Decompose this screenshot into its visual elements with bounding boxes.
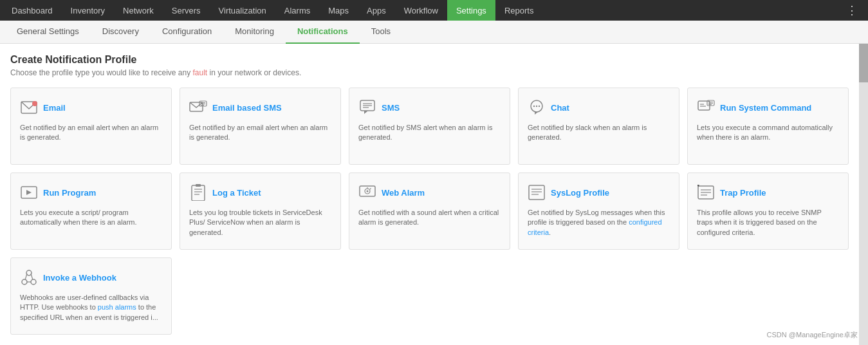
- email-icon: [20, 98, 38, 117]
- run-program-card-title: Run Program: [43, 188, 96, 198]
- subnav-configuration[interactable]: Configuration: [151, 21, 223, 44]
- svg-point-45: [22, 279, 27, 284]
- invoke-webhook-card-desc: Webhooks are user-defined callbacks via …: [20, 293, 162, 322]
- svg-marker-25: [26, 190, 32, 195]
- scrollbar-thumb[interactable]: [859, 44, 868, 82]
- page-title: Create Notification Profile: [10, 54, 849, 66]
- card-chat[interactable]: Chat Get notified by slack when an alarm…: [518, 88, 679, 165]
- subnav-general-settings[interactable]: General Settings: [5, 21, 91, 44]
- svg-line-49: [31, 274, 33, 280]
- trap-profile-icon: [697, 183, 715, 201]
- scrollbar[interactable]: [859, 44, 868, 345]
- syslog-card-desc: Get notified by SysLog messages when thi…: [528, 208, 670, 238]
- nav-alarms[interactable]: Alarms: [275, 0, 319, 21]
- nav-maps[interactable]: Maps: [319, 0, 358, 21]
- sub-navigation: General Settings Discovery Configuration…: [0, 21, 868, 44]
- top-navigation: Dashboard Inventory Network Servers Virt…: [0, 0, 868, 21]
- subnav-monitoring[interactable]: Monitoring: [223, 21, 286, 44]
- nav-dashboard[interactable]: Dashboard: [3, 0, 62, 21]
- email-card-desc: Get notified by an email alert when an a…: [20, 123, 162, 143]
- svg-rect-30: [196, 184, 201, 187]
- sms-card-desc: Get notified by SMS alert when an alarm …: [358, 123, 501, 143]
- run-system-command-card-desc: Lets you execute a command automatically…: [697, 123, 839, 143]
- card-syslog[interactable]: SysLog Profile Get notified by SysLog me…: [518, 172, 679, 250]
- email-card-title: Email: [43, 103, 66, 113]
- run-program-card-desc: Lets you execute a script/ program autom…: [20, 208, 162, 228]
- nav-servers[interactable]: Servers: [163, 0, 210, 21]
- svg-line-44: [697, 185, 699, 186]
- svg-point-1: [32, 101, 37, 106]
- subnav-tools[interactable]: Tools: [360, 21, 402, 44]
- chat-card-title: Chat: [551, 103, 569, 113]
- card-invoke-webhook[interactable]: Invoke a Webhook Webhooks are user-defin…: [10, 257, 172, 335]
- card-trap-profile[interactable]: Trap Profile This profile allows you to …: [687, 172, 849, 250]
- web-alarm-icon: [358, 183, 376, 201]
- log-ticket-card-title: Log a Ticket: [212, 188, 261, 198]
- run-program-icon: [20, 183, 38, 201]
- card-run-program[interactable]: Run Program Lets you execute a script/ p…: [10, 172, 172, 250]
- svg-point-46: [31, 279, 36, 284]
- nav-workflow[interactable]: Workflow: [395, 0, 447, 21]
- card-sms[interactable]: SMS Get notified by SMS alert when an al…: [349, 88, 510, 165]
- svg-rect-26: [192, 185, 205, 201]
- log-ticket-icon: [189, 183, 207, 201]
- sms-card-title: SMS: [382, 103, 400, 113]
- nav-apps[interactable]: Apps: [358, 0, 395, 21]
- watermark: CSDN @ManageEngine卓家: [767, 330, 858, 340]
- svg-point-47: [26, 270, 32, 275]
- card-run-system-command[interactable]: Run System Command Lets you execute a co…: [687, 88, 849, 165]
- syslog-card-title: SysLog Profile: [551, 188, 609, 198]
- svg-line-48: [25, 274, 27, 280]
- run-system-command-icon: [697, 98, 715, 117]
- nav-more-icon[interactable]: ⋮: [838, 3, 865, 17]
- card-web-alarm[interactable]: Web Alarm Get notified with a sound aler…: [349, 172, 510, 250]
- chat-icon: [528, 98, 546, 117]
- chat-card-desc: Get notified by slack when an alarm is g…: [528, 123, 670, 143]
- svg-point-13: [533, 106, 535, 107]
- page-subtitle: Choose the profile type you would like t…: [10, 68, 849, 77]
- run-system-command-card-title: Run System Command: [720, 103, 811, 113]
- email-sms-card-desc: Get notified by an email alert when an a…: [189, 123, 331, 143]
- svg-rect-36: [529, 185, 544, 200]
- nav-settings[interactable]: Settings: [447, 0, 495, 21]
- invoke-webhook-card-title: Invoke a Webhook: [43, 273, 116, 283]
- card-log-ticket[interactable]: Log a Ticket Lets you log trouble ticket…: [180, 172, 341, 250]
- email-sms-icon: [189, 98, 207, 117]
- nav-inventory[interactable]: Inventory: [62, 0, 114, 21]
- svg-marker-11: [364, 111, 368, 114]
- web-alarm-card-desc: Get notified with a sound alert when a c…: [358, 208, 501, 228]
- svg-point-33: [367, 191, 369, 192]
- syslog-icon: [528, 183, 546, 201]
- cards-row3: Invoke a Webhook Webhooks are user-defin…: [10, 257, 849, 335]
- svg-line-35: [370, 189, 371, 190]
- nav-reports[interactable]: Reports: [495, 0, 543, 21]
- svg-point-15: [539, 106, 540, 107]
- cards-row2: Run Program Lets you execute a script/ p…: [10, 172, 849, 250]
- log-ticket-card-desc: Lets you log trouble tickets in ServiceD…: [189, 208, 331, 238]
- card-email[interactable]: Email Get notified by an email alert whe…: [10, 88, 172, 165]
- web-alarm-card-title: Web Alarm: [382, 188, 425, 198]
- sms-icon: [358, 98, 376, 117]
- card-email-sms[interactable]: Email based SMS Get notified by an email…: [180, 88, 341, 165]
- trap-profile-card-desc: This profile allows you to receive SNMP …: [697, 208, 839, 238]
- nav-virtualization[interactable]: Virtualization: [210, 0, 275, 21]
- trap-profile-card-title: Trap Profile: [720, 188, 766, 198]
- subnav-notifications[interactable]: Notifications: [286, 21, 360, 44]
- email-sms-card-title: Email based SMS: [212, 103, 282, 113]
- page-content: Create Notification Profile Choose the p…: [0, 44, 859, 345]
- nav-network[interactable]: Network: [114, 0, 163, 21]
- invoke-webhook-icon: [20, 268, 38, 286]
- svg-point-14: [536, 106, 537, 107]
- cards-row1: Email Get notified by an email alert whe…: [10, 88, 849, 165]
- subnav-discovery[interactable]: Discovery: [91, 21, 151, 44]
